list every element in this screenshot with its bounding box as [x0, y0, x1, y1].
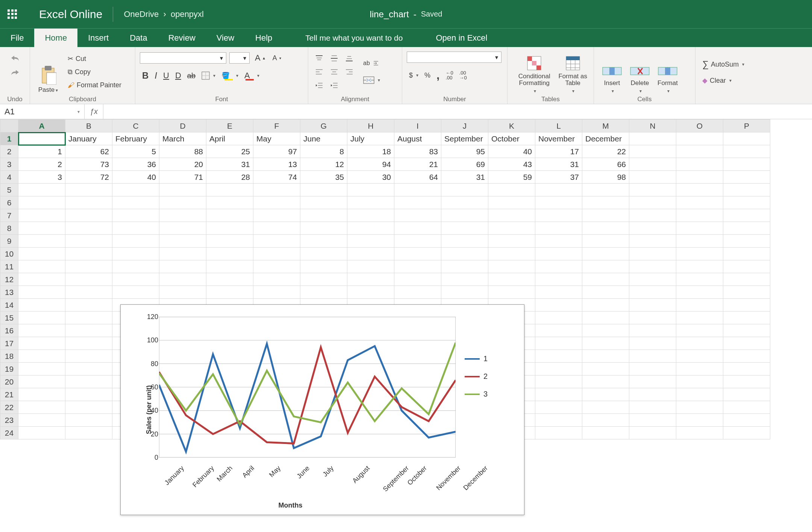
cell-B19[interactable] [65, 363, 112, 375]
col-header-O[interactable]: O [676, 120, 723, 132]
cell-M24[interactable] [582, 427, 629, 439]
cell-M17[interactable] [582, 337, 629, 350]
cell-A4[interactable]: 3 [18, 171, 65, 184]
cell-B4[interactable]: 72 [65, 171, 112, 184]
cell-L4[interactable]: 37 [535, 171, 582, 184]
cell-D11[interactable] [159, 260, 206, 273]
clear-button[interactable]: ◆Clear [700, 75, 747, 86]
cell-H5[interactable] [347, 184, 394, 196]
cell-L8[interactable] [535, 222, 582, 235]
cell-B2[interactable]: 62 [65, 145, 112, 158]
row-header-20[interactable]: 20 [0, 375, 18, 388]
cell-A22[interactable] [18, 401, 65, 414]
underline-button[interactable]: U [161, 69, 171, 82]
cell-B12[interactable] [65, 273, 112, 286]
double-underline-button[interactable]: D [173, 69, 183, 82]
cell-H12[interactable] [347, 273, 394, 286]
cell-K12[interactable] [488, 273, 535, 286]
cell-L9[interactable] [535, 235, 582, 248]
cell-N4[interactable] [629, 171, 676, 184]
redo-icon[interactable] [10, 69, 20, 76]
cell-P2[interactable] [723, 145, 770, 158]
cell-G2[interactable]: 8 [300, 145, 347, 158]
cell-D3[interactable]: 20 [159, 158, 206, 171]
cell-O17[interactable] [676, 337, 723, 350]
cell-K5[interactable] [488, 184, 535, 196]
cell-C4[interactable]: 40 [112, 171, 159, 184]
cell-O2[interactable] [676, 145, 723, 158]
cell-L13[interactable] [535, 286, 582, 299]
delete-cells-button[interactable]: Delete [626, 49, 653, 94]
cell-L14[interactable] [535, 299, 582, 312]
cell-K13[interactable] [488, 286, 535, 299]
cell-M15[interactable] [582, 312, 629, 324]
cell-G13[interactable] [300, 286, 347, 299]
cell-M3[interactable]: 66 [582, 158, 629, 171]
cell-L7[interactable] [535, 209, 582, 222]
cell-M11[interactable] [582, 260, 629, 273]
cell-B10[interactable] [65, 248, 112, 260]
cell-F8[interactable] [253, 222, 300, 235]
cell-D2[interactable]: 88 [159, 145, 206, 158]
cell-E10[interactable] [206, 248, 253, 260]
fx-icon[interactable]: ƒx [85, 104, 103, 119]
cell-F3[interactable]: 13 [253, 158, 300, 171]
cell-O3[interactable] [676, 158, 723, 171]
cell-H7[interactable] [347, 209, 394, 222]
row-header-11[interactable]: 11 [0, 260, 18, 273]
cell-E3[interactable]: 31 [206, 158, 253, 171]
cell-C11[interactable] [112, 260, 159, 273]
cell-K6[interactable] [488, 196, 535, 209]
row-header-4[interactable]: 4 [0, 171, 18, 184]
app-launcher-icon[interactable] [8, 9, 17, 19]
cell-P3[interactable] [723, 158, 770, 171]
cell-G4[interactable]: 35 [300, 171, 347, 184]
cell-L23[interactable] [535, 414, 582, 427]
cell-A24[interactable] [18, 427, 65, 439]
cell-I6[interactable] [394, 196, 441, 209]
open-in-excel[interactable]: Open in Excel [425, 29, 498, 47]
font-size-select[interactable]: ▾ [229, 52, 250, 64]
row-header-5[interactable]: 5 [0, 184, 18, 196]
cell-N24[interactable] [629, 427, 676, 439]
cell-N5[interactable] [629, 184, 676, 196]
cell-A5[interactable] [18, 184, 65, 196]
cell-J2[interactable]: 95 [441, 145, 488, 158]
cell-B21[interactable] [65, 388, 112, 401]
cell-P21[interactable] [723, 388, 770, 401]
align-middle-button[interactable] [328, 53, 341, 63]
fill-color-button[interactable]: 🪣 [219, 69, 241, 82]
cell-M23[interactable] [582, 414, 629, 427]
cell-C2[interactable]: 5 [112, 145, 159, 158]
cell-D5[interactable] [159, 184, 206, 196]
cell-O18[interactable] [676, 350, 723, 363]
cell-M6[interactable] [582, 196, 629, 209]
cell-E5[interactable] [206, 184, 253, 196]
cell-E8[interactable] [206, 222, 253, 235]
cell-A18[interactable] [18, 350, 65, 363]
cell-M7[interactable] [582, 209, 629, 222]
cell-J8[interactable] [441, 222, 488, 235]
cell-I8[interactable] [394, 222, 441, 235]
cell-M13[interactable] [582, 286, 629, 299]
cell-N6[interactable] [629, 196, 676, 209]
col-header-H[interactable]: H [347, 120, 394, 132]
cell-O16[interactable] [676, 324, 723, 337]
cell-E11[interactable] [206, 260, 253, 273]
cell-F4[interactable]: 74 [253, 171, 300, 184]
insert-cells-button[interactable]: Insert [598, 49, 626, 94]
col-header-G[interactable]: G [300, 120, 347, 132]
cell-B9[interactable] [65, 235, 112, 248]
cell-M16[interactable] [582, 324, 629, 337]
cell-K11[interactable] [488, 260, 535, 273]
row-header-3[interactable]: 3 [0, 158, 18, 171]
cell-B1[interactable]: January [65, 132, 112, 145]
cell-E7[interactable] [206, 209, 253, 222]
cell-H9[interactable] [347, 235, 394, 248]
currency-button[interactable]: $ [407, 70, 421, 81]
cell-L1[interactable]: November [535, 132, 582, 145]
cell-M8[interactable] [582, 222, 629, 235]
cell-I1[interactable]: August [394, 132, 441, 145]
cell-J3[interactable]: 69 [441, 158, 488, 171]
cell-J12[interactable] [441, 273, 488, 286]
